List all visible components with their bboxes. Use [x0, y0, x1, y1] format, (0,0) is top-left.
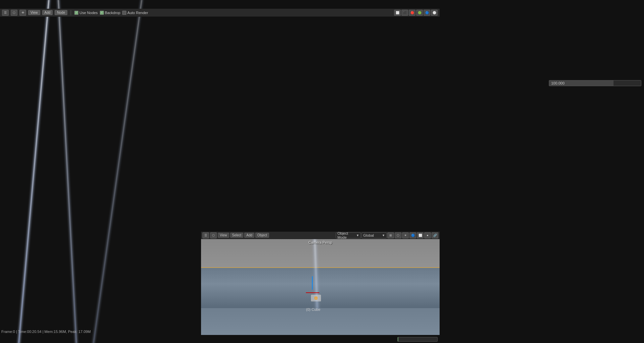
viewport-canvas[interactable]: Camera Persp (0) Cube	[201, 239, 440, 335]
comp-add-btn[interactable]: Add	[42, 10, 53, 15]
comp-view-btn[interactable]: View	[28, 10, 40, 15]
origin-dot	[315, 297, 317, 299]
render-result-area: ☰ 🖼 View Image Render Result F ◫ ⬛ ⬜	[0, 232, 201, 335]
vp-add-btn[interactable]: Add	[244, 233, 254, 238]
vp-icon-1[interactable]: ⊞	[387, 232, 394, 238]
vp-object-btn[interactable]: Object	[255, 233, 269, 238]
comp-icon-3[interactable]: 🔴	[409, 10, 415, 16]
comp-node-btn[interactable]: Node	[55, 10, 67, 15]
backdrop-checkbox[interactable]: ✓ Backdrop	[100, 11, 120, 15]
comp-icon-5[interactable]: 🔵	[424, 10, 430, 16]
comp-icon-1[interactable]: ⬜	[394, 10, 401, 16]
timeline-bar[interactable]	[397, 337, 438, 342]
comp-icon-2[interactable]: ⬛	[401, 10, 408, 16]
transform-gizmo[interactable]	[312, 276, 313, 290]
left-area: ☰ ⬡ 👁 View Add Node ✓ Use Nodes ✓ Backdr…	[0, 9, 440, 343]
vp-icon-3[interactable]: ☀	[402, 232, 409, 238]
camera-label: Camera Persp	[309, 240, 332, 244]
use-nodes-checkbox[interactable]: ✓ Use Nodes	[74, 11, 98, 15]
comp-node-icon[interactable]: ⬡	[11, 10, 17, 16]
object-mode-selector[interactable]: Object Mode ▼	[336, 232, 361, 238]
preview-bolt-2	[58, 9, 77, 343]
vp-icon-6[interactable]: ●	[424, 232, 431, 238]
vp-icon-7[interactable]: 🔗	[432, 232, 438, 238]
bottom-area: ☰ 🖼 View Image Render Result F ◫ ⬛ ⬜	[0, 231, 440, 335]
ground-plane	[201, 268, 440, 308]
vp-3d-icon[interactable]: ⬡	[210, 232, 217, 238]
vp-icon-5[interactable]: ⬜	[417, 232, 424, 238]
vp-menu-icon[interactable]: ☰	[202, 232, 209, 238]
frame-info: Frame:0 | Time:00:20.54 | Mem:15.96M, Pe…	[1, 330, 91, 334]
auto-render-check	[122, 11, 126, 15]
orientation-selector[interactable]: Global ▼	[362, 232, 387, 238]
use-nodes-check: ✓	[74, 11, 78, 15]
obj-label: (0) Cube	[306, 307, 320, 311]
viewport-3d: ☰ ⬡ View Select Add Object Object Mode ▼	[201, 232, 440, 335]
cube-object[interactable]	[311, 295, 321, 301]
vp-view-btn[interactable]: View	[218, 233, 229, 238]
preview-bolt-1	[18, 9, 49, 343]
vp-icon-2[interactable]: ⬡	[395, 232, 401, 238]
vp-select-btn[interactable]: Select	[230, 233, 244, 238]
strength-slider[interactable]: 100.000	[549, 80, 641, 86]
viewport-header: ☰ ⬡ View Select Add Object Object Mode ▼	[201, 232, 440, 239]
comp-view-icon[interactable]: 👁	[19, 10, 26, 16]
vp-icon-4[interactable]: 🔵	[409, 232, 416, 238]
timeline-cursor	[398, 337, 398, 341]
backdrop-check: ✓	[100, 11, 104, 15]
comp-icon-6[interactable]: ⚪	[431, 10, 438, 16]
comp-icon-4[interactable]: 🟢	[416, 10, 423, 16]
compositor-header: ☰ ⬡ 👁 View Add Node ✓ Use Nodes ✓ Backdr…	[0, 9, 440, 17]
y-axis	[312, 276, 313, 290]
x-axis	[306, 292, 319, 293]
preview-bolt-3	[93, 9, 142, 343]
comp-menu-icon[interactable]: ☰	[2, 10, 9, 16]
main-area: ☰ ⬡ 👁 View Add Node ✓ Use Nodes ✓ Backdr…	[0, 9, 644, 343]
auto-render-checkbox[interactable]: Auto Render	[122, 11, 148, 15]
